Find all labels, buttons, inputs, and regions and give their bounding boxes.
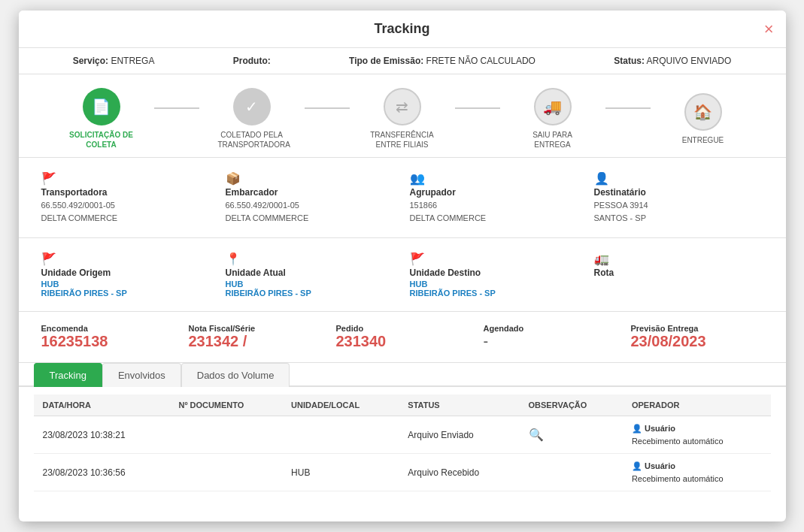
pedido-block: Pedido 231340	[329, 319, 476, 355]
step-coletado: ✓ COLETADO PELA TRANSPORTADORA	[199, 88, 305, 150]
step-transferencia: ⇄ TRANSFERÊNCIA ENTRE FILIAIS	[350, 88, 455, 150]
embarcador-block: 📦 Embarcador 66.550.492/0001-05DELTA COM…	[218, 167, 402, 228]
step-circle-3: ⇄	[384, 88, 421, 125]
steps-section: 📄 SOLICITAÇÃO DE COLETA ✓ COLETADO PELA …	[19, 74, 786, 158]
operator-name: 👤 Usuário	[632, 461, 675, 470]
agendado-block: Agendado -	[476, 319, 623, 355]
destinatario-value: PESSOA 3914SANTOS - SP	[594, 199, 763, 224]
agendado-label: Agendado	[484, 324, 616, 333]
cell-unidade: HUB	[282, 454, 399, 491]
unidade-atual-label: Unidade Atual	[226, 268, 395, 278]
agrupador-label: Agrupador	[410, 187, 579, 198]
unidade-origem-sublink[interactable]: RIBEIRÃO PIRES - SP	[41, 289, 211, 298]
unidade-destino-sublink[interactable]: RIBEIRÃO PIRES - SP	[410, 289, 579, 298]
pedido-value: 231340	[336, 333, 469, 350]
cell-data-hora: 23/08/2023 10:36:56	[34, 454, 170, 491]
col-unidade: UNIDADE/LOCAL	[282, 394, 399, 416]
col-status: STATUS	[399, 394, 519, 416]
cell-observacao[interactable]: 🔍	[520, 416, 623, 454]
operator-detail: Recebimento automático	[632, 474, 724, 483]
info-bar: Serviço: ENTREGA Produto: Tipo de Emissã…	[19, 48, 786, 74]
encomenda-block: Encomenda 16235138	[34, 319, 181, 355]
col-observacao: OBSERVAÇÃO	[520, 394, 623, 416]
previsao-block: Previsão Entrega 23/08/2023	[623, 319, 771, 355]
details-section: 🚩 Transportadora 66.550.492/0001-05DELTA…	[19, 158, 786, 238]
col-documento: Nº DOCUMENTO	[169, 394, 282, 416]
transportadora-value: 66.550.492/0001-05DELTA COMMERCE	[41, 199, 211, 224]
step-circle-1: 📄	[83, 88, 120, 125]
table-row: 23/08/2023 10:36:56 HUB Arquivo Recebido…	[34, 454, 771, 491]
destinatario-label: Destinatário	[594, 187, 763, 198]
unidade-atual-link[interactable]: HUB	[226, 280, 395, 289]
operator-name: 👤 Usuário	[632, 424, 675, 433]
encomenda-section: Encomenda 16235138 Nota Fiscal/Série 231…	[19, 312, 786, 363]
close-button[interactable]: ×	[764, 21, 774, 38]
cell-documento	[169, 416, 282, 454]
cell-data-hora: 23/08/2023 10:38:21	[34, 416, 170, 454]
tab-dados[interactable]: Dados do Volume	[181, 363, 290, 387]
nota-block: Nota Fiscal/Série 231342 /	[181, 319, 329, 355]
embarcador-icon: 📦	[226, 171, 395, 186]
step-entregue: 🏠 ENTREGUE	[651, 93, 756, 145]
step-label-3: TRANSFERÊNCIA ENTRE FILIAIS	[369, 130, 436, 150]
step-label-5: ENTREGUE	[682, 135, 724, 145]
transportadora-label: Transportadora	[41, 187, 211, 198]
rota-label: Rota	[594, 268, 763, 278]
cell-operador: 👤 Usuário Recebimento automático	[623, 454, 771, 491]
table-section: DATA/HORA Nº DOCUMENTO UNIDADE/LOCAL STA…	[19, 387, 786, 499]
unidade-origem-icon: 🚩	[41, 252, 211, 266]
modal-header: Tracking ×	[19, 11, 786, 48]
unidade-destino-icon: 🚩	[410, 252, 579, 266]
tracking-modal: Tracking × Serviço: ENTREGA Produto: Tip…	[19, 11, 786, 521]
unidade-atual-block: 📍 Unidade Atual HUB RIBEIRÃO PIRES - SP	[218, 247, 402, 302]
col-operador: OPERADOR	[623, 394, 771, 416]
steps-row: 📄 SOLICITAÇÃO DE COLETA ✓ COLETADO PELA …	[49, 88, 756, 150]
transportadora-icon: 🚩	[41, 171, 211, 186]
agendado-value: -	[484, 333, 616, 350]
connector-4	[605, 107, 651, 109]
unidade-origem-label: Unidade Origem	[41, 268, 211, 278]
step-circle-2: ✓	[233, 88, 271, 125]
unidade-destino-block: 🚩 Unidade Destino HUB RIBEIRÃO PIRES - S…	[402, 247, 587, 302]
cell-unidade	[282, 416, 399, 454]
step-label-2: COLETADO PELA TRANSPORTADORA	[218, 130, 286, 150]
tab-envolvidos[interactable]: Envolvidos	[102, 363, 181, 387]
unidade-origem-link[interactable]: HUB	[41, 280, 211, 289]
col-data-hora: DATA/HORA	[34, 394, 170, 416]
rota-icon: 🚛	[594, 252, 763, 266]
tipo-emissao-info: Tipo de Emissão: FRETE NÃO CALCULADO	[349, 56, 535, 66]
cell-documento	[169, 454, 282, 491]
embarcador-value: 66.550.492/0001-05DELTA COMMMERCE	[226, 199, 395, 224]
encomenda-label: Encomenda	[41, 324, 174, 333]
step-saiu: 🚚 SAIU PARA ENTREGA	[500, 88, 605, 150]
units-section: 🚩 Unidade Origem HUB RIBEIRÃO PIRES - SP…	[19, 238, 786, 312]
nota-value: 231342 /	[189, 333, 321, 350]
cell-operador: 👤 Usuário Recebimento automático	[623, 416, 771, 454]
tabs-section: Tracking Envolvidos Dados do Volume	[19, 363, 786, 387]
step-circle-4: 🚚	[534, 88, 572, 125]
nota-label: Nota Fiscal/Série	[189, 324, 321, 333]
status-info: Status: ARQUIVO ENVIADO	[614, 56, 731, 66]
previsao-value: 23/08/2023	[631, 333, 763, 350]
connector-3	[455, 107, 500, 109]
step-circle-5: 🏠	[684, 93, 722, 131]
step-label-4: SAIU PARA ENTREGA	[519, 130, 587, 150]
embarcador-label: Embarcador	[226, 187, 395, 198]
previsao-label: Previsão Entrega	[631, 324, 763, 333]
step-solicitacao: 📄 SOLICITAÇÃO DE COLETA	[49, 88, 154, 150]
tab-tracking[interactable]: Tracking	[34, 363, 102, 387]
destinatario-block: 👤 Destinatário PESSOA 3914SANTOS - SP	[587, 167, 771, 228]
cell-observacao	[520, 454, 623, 491]
connector-1	[154, 107, 199, 109]
unidade-atual-sublink[interactable]: RIBEIRÃO PIRES - SP	[226, 289, 395, 298]
agrupador-icon: 👥	[410, 171, 579, 186]
produto-info: Produto:	[233, 56, 271, 66]
encomenda-value: 16235138	[41, 333, 174, 350]
unidade-destino-link[interactable]: HUB	[410, 280, 579, 289]
pedido-label: Pedido	[336, 324, 469, 333]
step-label-1: SOLICITAÇÃO DE COLETA	[68, 130, 135, 150]
agrupador-block: 👥 Agrupador 151866DELTA COMMERCE	[402, 167, 587, 228]
destinatario-icon: 👤	[594, 171, 763, 186]
modal-title: Tracking	[34, 21, 771, 37]
table-header-row: DATA/HORA Nº DOCUMENTO UNIDADE/LOCAL STA…	[34, 394, 771, 416]
